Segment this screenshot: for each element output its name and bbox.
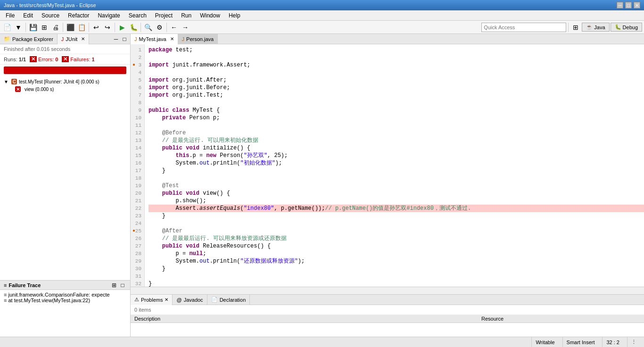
menu-source[interactable]: Source	[38, 11, 63, 20]
tree-view-item[interactable]: ✕ view (0.000 s)	[13, 85, 128, 93]
code-line-21: p.show();	[149, 197, 644, 205]
failure-trace-min-button[interactable]: □	[119, 281, 126, 289]
trace-line-2: ≡ at test.MyTest.view(MyTest.java:22)	[4, 297, 126, 303]
maximize-button[interactable]: □	[625, 2, 632, 8]
line-numbers: 1 2 3 4 5 6 7 8 9 10 11 12 13 14 15 16 1	[131, 44, 145, 287]
close-button[interactable]: ✕	[634, 2, 640, 8]
menu-window[interactable]: Window	[196, 11, 224, 20]
code-content[interactable]: package test; import junit.framework.Ass…	[145, 44, 644, 287]
menu-navigate[interactable]: Navigate	[94, 11, 124, 20]
left-panel-tab-bar: 📁 Package Explorer J JUnit ✕ ─ □	[0, 34, 130, 44]
toolbar-btn-14[interactable]: 🔍	[143, 22, 153, 33]
line-num-15: 15	[131, 152, 144, 159]
menu-refactor[interactable]: Refactor	[64, 11, 93, 20]
debug-icon: 🐛	[615, 24, 621, 30]
line-num-2: 2	[131, 54, 144, 61]
runs-label: Runs: 1/1	[4, 57, 26, 62]
line-num-19: 19	[131, 182, 144, 190]
debug-perspective-button[interactable]: 🐛 Debug	[611, 23, 642, 32]
line-num-30: 30	[131, 265, 144, 273]
menu-project[interactable]: Project	[151, 11, 176, 20]
junit-close-icon[interactable]: ✕	[81, 36, 85, 41]
left-panel: 📁 Package Explorer J JUnit ✕ ─ □ Finishe…	[0, 34, 131, 337]
bottom-tab-bar: ⚠ Problems ✕ @ Javadoc 📄 Declaration ⚙ ─…	[131, 295, 644, 305]
code-line-22: Assert.assertEquals("index80", p.getName…	[149, 205, 644, 212]
code-line-16: System.out.println("初始化数据");	[149, 159, 644, 167]
menu-edit[interactable]: Edit	[19, 11, 37, 20]
title-bar: Java - test/src/test/MyTest.java - Eclip…	[0, 0, 644, 10]
junit-content: Finished after 0.016 seconds Runs: 1/1 ✕…	[0, 44, 130, 280]
code-line-5: import org.junit.After;	[149, 76, 644, 84]
quick-access-input[interactable]	[481, 23, 566, 32]
line-num-16: 16	[131, 159, 144, 167]
save-button[interactable]: 💾	[28, 22, 38, 33]
java-perspective-button[interactable]: ☕ Java	[582, 23, 609, 32]
code-line-26: // 是最最后运行. 可以用来释放资源或还原数据	[149, 235, 644, 242]
tab-javadoc[interactable]: @ Javadoc	[173, 295, 207, 305]
toolbar-btn-17[interactable]: →	[180, 22, 190, 33]
tree-root-item[interactable]: ▼ C test.MyTest [Runner: JUnit 4] (0.000…	[2, 78, 128, 85]
code-line-8	[149, 99, 644, 107]
line-num-32: 32	[131, 280, 144, 287]
bottom-content: 0 items Description Resource Path Locati…	[131, 305, 644, 337]
window-controls[interactable]: ─ □ ✕	[617, 2, 640, 8]
code-line-25: @After	[149, 227, 644, 235]
code-editor[interactable]: 1 2 3 4 5 6 7 8 9 10 11 12 13 14 15 16 1	[131, 44, 644, 287]
code-line-7: import org.junit.Test;	[149, 91, 644, 99]
editor-tab-mytest[interactable]: J MyTest.java ✕	[131, 34, 178, 44]
new-button[interactable]: 📄	[2, 22, 12, 33]
toolbar-btn-6[interactable]: ⬛	[65, 22, 75, 33]
failure-trace-header: ≡ Failure Trace ⊞ □	[0, 281, 130, 290]
save-all-button[interactable]: ⊞	[39, 22, 50, 33]
line-num-22: 22	[131, 205, 144, 212]
tab-declaration[interactable]: 📄 Declaration	[207, 295, 250, 305]
editor-tab-person[interactable]: J Person.java	[178, 34, 218, 44]
minimize-button[interactable]: ─	[617, 2, 623, 8]
menu-search[interactable]: Search	[125, 11, 150, 20]
mytest-tab-close[interactable]: ✕	[170, 36, 174, 41]
line-num-13: 13	[131, 137, 144, 144]
problems-table-header: Description Resource Path Location Type	[131, 315, 644, 323]
test-class-icon: C	[11, 79, 17, 84]
editor-bottom-scrollbar[interactable]	[131, 287, 644, 294]
code-line-4	[149, 69, 644, 76]
tree-expand-icon[interactable]: ▼	[4, 79, 9, 84]
toolbar-btn-9[interactable]: ↪	[102, 22, 113, 33]
status-position: 32 : 2	[602, 337, 623, 347]
minimize-left-button[interactable]: ─	[112, 35, 120, 43]
run-button[interactable]: ▶	[117, 22, 127, 33]
code-line-12: @Before	[149, 129, 644, 137]
code-line-18	[149, 174, 644, 182]
code-line-20: public void view() {	[149, 190, 644, 197]
center-panel: J MyTest.java ✕ J Person.java ─ □ 1 2 3 …	[131, 34, 644, 337]
debug-run-button[interactable]: 🐛	[128, 22, 139, 33]
problems-tab-close[interactable]: ✕	[165, 297, 168, 302]
line-num-18: 18	[131, 174, 144, 182]
failure-trace-content: ≡ junit.framework.ComparisonFailure: exp…	[0, 290, 130, 337]
line-num-27: 27	[131, 242, 144, 250]
toolbar-btn-2[interactable]: ▼	[13, 22, 24, 33]
code-line-27: public void ReleaseResources() {	[149, 242, 644, 250]
toolbar-btn-7[interactable]: 📋	[76, 22, 87, 33]
print-button[interactable]: 🖨	[50, 22, 61, 33]
tab-problems[interactable]: ⚠ Problems ✕	[131, 295, 173, 305]
java-icon: ☕	[586, 24, 593, 30]
status-smart-insert: Smart Insert	[562, 337, 599, 347]
code-line-24	[149, 220, 644, 227]
perspective-button[interactable]: ⊞	[570, 22, 581, 33]
toolbar-btn-16[interactable]: ←	[169, 22, 179, 33]
failure-trace-copy-button[interactable]: ⊞	[110, 281, 118, 289]
mytest-file-icon: J	[134, 36, 137, 42]
tab-junit[interactable]: J JUnit ✕	[58, 34, 90, 44]
toolbar-btn-15[interactable]: ⚙	[154, 22, 165, 33]
menu-file[interactable]: File	[2, 11, 18, 20]
sep-2	[63, 23, 63, 32]
failure-trace-icon: ≡	[4, 282, 7, 288]
menu-run[interactable]: Run	[177, 11, 195, 20]
menu-help[interactable]: Help	[225, 11, 244, 20]
maximize-left-button[interactable]: □	[121, 35, 128, 43]
toolbar-btn-8[interactable]: ↩	[91, 22, 101, 33]
failure-trace-panel: ≡ Failure Trace ⊞ □ ≡ junit.framework.Co…	[0, 280, 130, 337]
code-line-10: private Person p;	[149, 114, 644, 122]
tab-package-explorer[interactable]: 📁 Package Explorer	[0, 34, 58, 44]
